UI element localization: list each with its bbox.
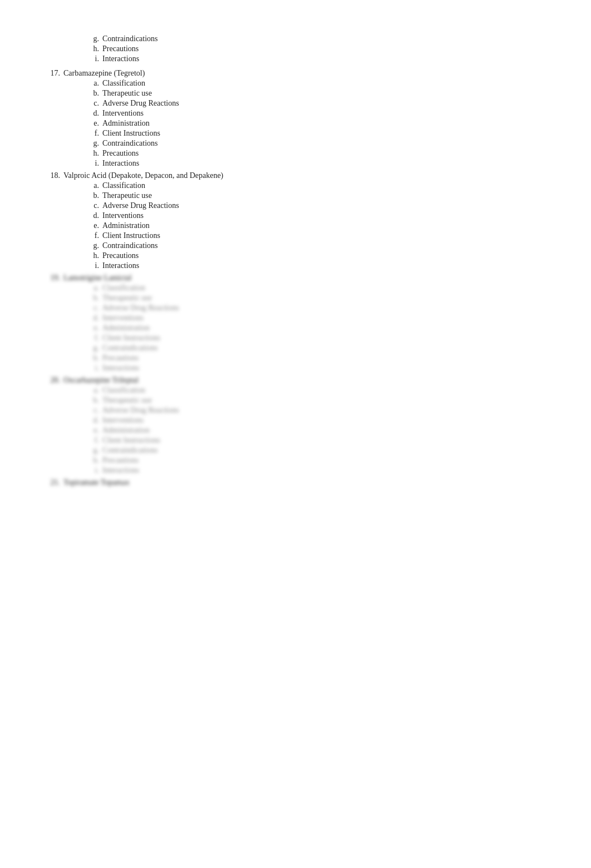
list-item: h. Precautions bbox=[89, 44, 546, 53]
item-text: Therapeutic use bbox=[102, 191, 152, 200]
item-title: Valproic Acid (Depakote, Depacon, and De… bbox=[63, 171, 223, 180]
item-letter: b. bbox=[89, 89, 99, 98]
item-text: Client Instructions bbox=[102, 436, 160, 445]
item-letter: a. bbox=[89, 181, 99, 190]
item-letter: g. bbox=[89, 446, 99, 455]
item-text: Interventions bbox=[102, 314, 144, 323]
item-letter: g. bbox=[89, 139, 99, 148]
item-text: Interventions bbox=[102, 416, 144, 425]
item-text: Precautions bbox=[102, 251, 139, 260]
item-text: Contraindications bbox=[102, 241, 158, 250]
item-letter: g. bbox=[89, 241, 99, 250]
item-letter: a. bbox=[89, 386, 99, 395]
item-text: Interventions bbox=[102, 109, 144, 118]
item-17-subitems: a. Classification b. Therapeutic use c. … bbox=[89, 79, 546, 168]
item-text: Classification bbox=[102, 386, 145, 395]
item-title: Oxcarbazepine Trileptal bbox=[63, 376, 139, 385]
item-text: Interactions bbox=[102, 466, 139, 475]
item-letter: f. bbox=[89, 129, 99, 138]
list-item: b. Therapeutic use bbox=[89, 294, 546, 302]
item-text: Client Instructions bbox=[102, 129, 160, 138]
item-letter: e. bbox=[89, 324, 99, 333]
item-letter: b. bbox=[89, 191, 99, 200]
item-text: Adverse Drug Reactions bbox=[102, 201, 179, 210]
item-letter: e. bbox=[89, 426, 99, 435]
list-item: e. Administration bbox=[89, 324, 546, 333]
item-text: Contraindications bbox=[102, 446, 158, 455]
item-letter: h. bbox=[89, 456, 99, 465]
list-item: h. Precautions bbox=[89, 456, 546, 465]
item-text: Contraindications bbox=[102, 139, 158, 148]
item-letter: a. bbox=[89, 79, 99, 88]
item-17-label: 17. Carbamazepine (Tegretol) bbox=[45, 69, 546, 78]
item-letter: i. bbox=[89, 159, 99, 168]
list-item: f. Client Instructions bbox=[89, 129, 546, 138]
item-letter: d. bbox=[89, 109, 99, 118]
list-item: a. Classification bbox=[89, 284, 546, 292]
item-text: Precautions bbox=[102, 44, 139, 53]
item-letter: d. bbox=[89, 416, 99, 425]
item-text: Contraindications bbox=[102, 344, 158, 353]
item-letter: h. bbox=[89, 44, 99, 53]
list-item: d. Interventions bbox=[89, 109, 546, 118]
item-text: Interactions bbox=[102, 54, 139, 63]
list-item: f. Client Instructions bbox=[89, 334, 546, 343]
list-item: g. Contraindications bbox=[89, 446, 546, 455]
item-text: Interventions bbox=[102, 211, 144, 220]
item-number: 18. bbox=[45, 171, 60, 180]
list-item: f. Client Instructions bbox=[89, 436, 546, 445]
item-letter: i. bbox=[89, 364, 99, 373]
list-item: g. Contraindications bbox=[89, 34, 546, 43]
item-letter: i. bbox=[89, 261, 99, 270]
list-item: c. Adverse Drug Reactions bbox=[89, 99, 546, 108]
item-text: Classification bbox=[102, 284, 145, 292]
list-item: a. Classification bbox=[89, 79, 546, 88]
list-item: i. Interactions bbox=[89, 261, 546, 270]
list-item: e. Administration bbox=[89, 119, 546, 128]
item-text: Precautions bbox=[102, 354, 139, 363]
item-20-subitems: a. Classification b. Therapeutic use c. … bbox=[89, 386, 546, 475]
item-text: Contraindications bbox=[102, 34, 158, 43]
item-letter: b. bbox=[89, 294, 99, 302]
continuation-block: g. Contraindications h. Precautions i. I… bbox=[45, 34, 546, 63]
list-item: e. Administration bbox=[89, 221, 546, 230]
item-letter: h. bbox=[89, 149, 99, 158]
list-item: c. Adverse Drug Reactions bbox=[89, 304, 546, 313]
item-letter: f. bbox=[89, 334, 99, 343]
list-item: c. Adverse Drug Reactions bbox=[89, 406, 546, 415]
outline-item-17: 17. Carbamazepine (Tegretol) a. Classifi… bbox=[45, 69, 546, 168]
item-letter: e. bbox=[89, 221, 99, 230]
item-text: Client Instructions bbox=[102, 231, 160, 240]
item-21-label: 21. Topiramate Topamax bbox=[45, 478, 546, 487]
item-letter: d. bbox=[89, 314, 99, 323]
item-letter: d. bbox=[89, 211, 99, 220]
item-text: Therapeutic use bbox=[102, 396, 152, 405]
item-18-label: 18. Valproic Acid (Depakote, Depacon, an… bbox=[45, 171, 546, 180]
item-number: 20. bbox=[45, 376, 60, 385]
item-letter: c. bbox=[89, 201, 99, 210]
list-item: b. Therapeutic use bbox=[89, 191, 546, 200]
list-item: i. Interactions bbox=[89, 159, 546, 168]
item-number: 21. bbox=[45, 478, 60, 487]
item-text: Client Instructions bbox=[102, 334, 160, 343]
list-item: f. Client Instructions bbox=[89, 231, 546, 240]
outline-item-18: 18. Valproic Acid (Depakote, Depacon, an… bbox=[45, 171, 546, 270]
item-text: Therapeutic use bbox=[102, 89, 152, 98]
item-letter: h. bbox=[89, 251, 99, 260]
item-title: Topiramate Topamax bbox=[63, 478, 130, 487]
item-letter: i. bbox=[89, 54, 99, 63]
outline-item-20: 20. Oxcarbazepine Trileptal a. Classific… bbox=[45, 376, 546, 475]
outline-item-19: 19. Lamotrigine Lamictal a. Classificati… bbox=[45, 274, 546, 373]
list-item: g. Contraindications bbox=[89, 241, 546, 250]
list-item: a. Classification bbox=[89, 181, 546, 190]
item-text: Administration bbox=[102, 324, 150, 333]
list-item: e. Administration bbox=[89, 426, 546, 435]
item-text: Interactions bbox=[102, 159, 139, 168]
item-letter: h. bbox=[89, 354, 99, 363]
item-letter: f. bbox=[89, 231, 99, 240]
item-letter: e. bbox=[89, 119, 99, 128]
list-item: i. Interactions bbox=[89, 54, 546, 63]
list-item: h. Precautions bbox=[89, 354, 546, 363]
item-text: Administration bbox=[102, 119, 150, 128]
continuation-subitems: g. Contraindications h. Precautions i. I… bbox=[89, 34, 546, 63]
